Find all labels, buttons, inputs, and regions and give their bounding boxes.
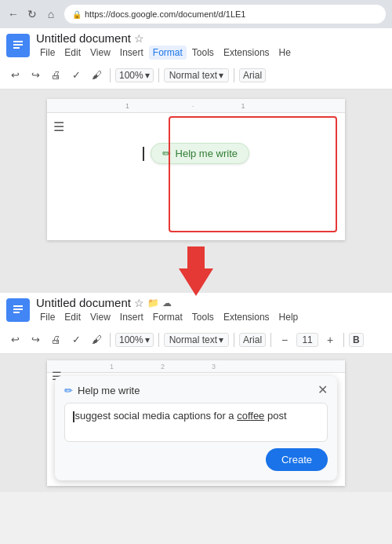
url-text: https://docs.google.com/document/d/1LE1 <box>85 9 245 19</box>
font-size-value[interactable]: 11 <box>296 333 318 347</box>
zoom-select-2[interactable]: 100% ▾ <box>115 333 154 347</box>
ai-cursor <box>73 411 74 422</box>
menu-extensions[interactable]: Extensions <box>220 46 274 60</box>
doc-page-top: 1 · 1 ☰ ✏ Help me write <box>47 99 345 240</box>
lock-icon: 🔒 <box>72 10 82 19</box>
font-size-plus[interactable]: + <box>321 331 339 349</box>
zoom-value-2: 100% <box>119 334 143 345</box>
menu-file[interactable]: File <box>36 46 59 60</box>
toolbar-top: ↩ ↪ 🖨 ✓ 🖌 100% ▾ Normal text ▾ Arial <box>0 61 392 89</box>
ai-panel-header: ✏ Help me write ✕ <box>64 384 328 396</box>
toolbar2-divider-1 <box>110 333 111 347</box>
toolbar-bottom: ↩ ↪ 🖨 ✓ 🖌 100% ▾ Normal text ▾ Arial − 1… <box>0 326 392 354</box>
style-value-bottom: Normal text <box>169 334 217 345</box>
style-select-top[interactable]: Normal text ▾ <box>164 68 229 82</box>
arrow-container <box>0 250 392 293</box>
svg-rect-2 <box>13 44 23 46</box>
menu-format-top[interactable]: Format <box>149 46 187 60</box>
docs-title-area-2: Untitled document ☆ 📁 ☁ File Edit View I… <box>36 296 386 324</box>
menu-tools[interactable]: Tools <box>188 46 218 60</box>
style-value-top: Normal text <box>169 70 217 81</box>
undo-button[interactable]: ↩ <box>6 67 24 84</box>
menu2-extensions[interactable]: Extensions <box>220 310 274 324</box>
svg-rect-5 <box>13 305 23 307</box>
address-bar[interactable]: 🔒 https://docs.google.com/document/d/1LE… <box>64 5 386 24</box>
docs-appbar-bottom: Untitled document ☆ 📁 ☁ File Edit View I… <box>0 293 392 326</box>
zoom-value: 100% <box>119 70 143 81</box>
ai-input-area[interactable]: suggest social media captions for a coff… <box>64 403 328 442</box>
browser-nav: ← ↻ ⌂ <box>6 7 58 21</box>
ai-panel-close-button[interactable]: ✕ <box>318 384 328 396</box>
home-button[interactable]: ⌂ <box>44 7 58 21</box>
toolbar2-divider-4 <box>270 333 271 347</box>
bold-button[interactable]: B <box>349 333 364 347</box>
doc-area-bottom: 1 2 3 ☰ ✏ Help me write ✕ suggest social… <box>0 354 392 492</box>
document-title-2: Untitled document <box>36 296 131 309</box>
menu2-edit[interactable]: Edit <box>60 310 85 324</box>
ruler-top: 1 · 1 <box>47 99 345 113</box>
ai-input-text-before: suggest social media captions for a <box>75 410 238 422</box>
undo-button-2[interactable]: ↩ <box>6 331 24 349</box>
menu-view[interactable]: View <box>86 46 114 60</box>
docs-title-area: Untitled document ☆ File Edit View Inser… <box>36 31 386 60</box>
doc-page-bottom: 1 2 3 ☰ ✏ Help me write ✕ suggest social… <box>47 360 345 486</box>
font-select-top[interactable]: Arial <box>239 68 266 82</box>
list-icon-top: ☰ <box>53 119 64 134</box>
top-section: ← ↻ ⌂ 🔒 https://docs.google.com/document… <box>0 0 392 250</box>
zoom-select[interactable]: 100% ▾ <box>115 68 154 82</box>
browser-chrome: ← ↻ ⌂ 🔒 https://docs.google.com/document… <box>0 0 392 28</box>
docs-logo <box>6 34 30 57</box>
spellcheck-button[interactable]: ✓ <box>67 67 85 84</box>
toolbar-divider-3 <box>234 68 234 82</box>
menu-help-abbrev[interactable]: He <box>275 46 295 60</box>
cursor-top <box>143 147 144 161</box>
menu2-file[interactable]: File <box>36 310 59 324</box>
create-button[interactable]: Create <box>266 448 328 471</box>
redo-button-2[interactable]: ↪ <box>27 331 44 349</box>
docs-title-2: Untitled document ☆ 📁 ☁ <box>36 296 386 309</box>
font-select-bottom[interactable]: Arial <box>239 333 266 347</box>
cloud-icon-2[interactable]: ☁ <box>162 298 172 309</box>
zoom-chevron: ▾ <box>145 70 150 81</box>
menu-edit[interactable]: Edit <box>60 46 85 60</box>
redo-button[interactable]: ↪ <box>27 67 44 84</box>
style-select-bottom[interactable]: Normal text ▾ <box>164 333 229 347</box>
document-title: Untitled document <box>36 31 131 45</box>
doc-area-top: 1 · 1 ☰ ✏ Help me write <box>0 89 392 250</box>
spellcheck-button-2[interactable]: ✓ <box>67 331 85 349</box>
menu2-format[interactable]: Format <box>149 310 187 324</box>
bottom-section: Untitled document ☆ 📁 ☁ File Edit View I… <box>0 293 392 544</box>
paintformat-button[interactable]: 🖌 <box>88 67 105 84</box>
star-icon-2[interactable]: ☆ <box>134 297 144 309</box>
svg-rect-3 <box>13 47 20 49</box>
print-button[interactable]: 🖨 <box>47 67 64 84</box>
back-button[interactable]: ← <box>6 7 20 21</box>
docs-menu-2: File Edit View Insert Format Tools Exten… <box>36 310 386 324</box>
font-size-minus[interactable]: − <box>276 331 293 349</box>
ruler-bottom: 1 2 3 <box>47 360 345 373</box>
print-button-2[interactable]: 🖨 <box>47 331 64 349</box>
toolbar2-divider-5 <box>343 333 344 347</box>
toolbar-divider-1 <box>110 68 111 82</box>
arrow-head <box>179 268 213 296</box>
down-arrow <box>179 246 213 296</box>
menu2-view[interactable]: View <box>86 310 114 324</box>
star-icon[interactable]: ☆ <box>134 32 144 45</box>
folder-icon-2[interactable]: 📁 <box>147 298 159 309</box>
ai-panel-footer: Create <box>64 448 328 471</box>
ai-panel: ✏ Help me write ✕ suggest social media c… <box>55 376 337 480</box>
style-chevron-2: ▾ <box>219 334 223 345</box>
docs-appbar-top: Untitled document ☆ File Edit View Inser… <box>0 28 392 61</box>
docs-title: Untitled document ☆ <box>36 31 386 45</box>
red-highlight-box <box>169 116 337 232</box>
menu2-help[interactable]: Help <box>275 310 303 324</box>
ai-panel-title-label: Help me write <box>78 385 140 396</box>
docs-menu: File Edit View Insert Format Tools Exten… <box>36 46 386 60</box>
toolbar2-divider-2 <box>158 333 159 347</box>
menu2-tools[interactable]: Tools <box>188 310 218 324</box>
reload-button[interactable]: ↻ <box>25 7 39 21</box>
toolbar2-divider-3 <box>234 333 234 347</box>
menu2-insert[interactable]: Insert <box>116 310 147 324</box>
menu-insert[interactable]: Insert <box>116 46 147 60</box>
paintformat-button-2[interactable]: 🖌 <box>88 331 105 349</box>
